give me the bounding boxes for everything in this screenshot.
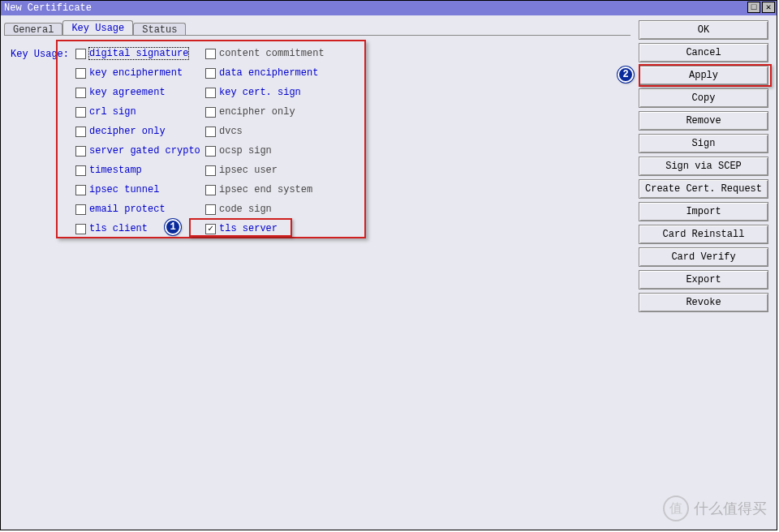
checkbox-icon[interactable] xyxy=(205,146,216,157)
chk-label: key agreement xyxy=(89,87,166,98)
checkbox-icon[interactable] xyxy=(75,68,86,79)
copy-button[interactable]: Copy xyxy=(639,88,768,108)
checkbox-icon[interactable] xyxy=(75,224,86,234)
window: New Certificate □ ✕ General Key Usage St… xyxy=(0,0,777,530)
chk-label: encipher only xyxy=(219,106,295,118)
chk-server-gated-crypto[interactable]: server gated crypto xyxy=(75,144,205,157)
chk-tls-server[interactable]: tls server xyxy=(205,222,343,235)
titlebar[interactable]: New Certificate □ ✕ xyxy=(1,1,777,15)
chk-label: data encipherment xyxy=(219,67,318,79)
checkbox-icon[interactable] xyxy=(205,88,216,98)
sidebar: OK Cancel Apply Copy Remove Sign Sign vi… xyxy=(634,15,777,530)
chk-email-protect[interactable]: email protect xyxy=(75,203,205,216)
main-area: General Key Usage Status Key Usage: digi… xyxy=(1,15,634,530)
chk-label: crl sign xyxy=(89,106,136,118)
cancel-button[interactable]: Cancel xyxy=(639,43,768,62)
chk-ipsec-tunnel[interactable]: ipsec tunnel xyxy=(75,183,205,196)
chk-content-commitment[interactable]: content commitment xyxy=(205,47,343,60)
client-area: General Key Usage Status Key Usage: digi… xyxy=(1,15,777,530)
chk-ipsec-user[interactable]: ipsec user xyxy=(205,164,343,177)
ok-button[interactable]: OK xyxy=(639,20,768,40)
card-verify-button[interactable]: Card Verify xyxy=(639,247,768,267)
tab-key-usage[interactable]: Key Usage xyxy=(62,20,133,36)
checkbox-icon[interactable] xyxy=(205,165,216,176)
chk-tls-client[interactable]: tls client xyxy=(75,222,205,235)
close-icon[interactable]: ✕ xyxy=(762,2,775,13)
key-usage-grid: digital signature content commitment key… xyxy=(75,47,343,235)
chk-label: dvcs xyxy=(219,126,243,137)
chk-label: tls client xyxy=(89,223,148,234)
checkbox-icon[interactable] xyxy=(75,88,86,98)
checkbox-icon[interactable] xyxy=(75,185,86,195)
chk-key-cert-sign[interactable]: key cert. sign xyxy=(205,86,343,99)
chk-label: ipsec end system xyxy=(219,184,312,195)
chk-label: email protect xyxy=(89,204,166,215)
chk-decipher-only[interactable]: decipher only xyxy=(75,125,205,138)
chk-digital-signature[interactable]: digital signature xyxy=(75,47,205,60)
chk-timestamp[interactable]: timestamp xyxy=(75,164,205,177)
sign-via-scep-button[interactable]: Sign via SCEP xyxy=(639,157,768,176)
export-button[interactable]: Export xyxy=(639,270,768,290)
chk-label: key encipherment xyxy=(89,67,183,79)
chk-label: ipsec user xyxy=(219,165,278,176)
chk-label: code sign xyxy=(219,204,272,215)
chk-label: ocsp sign xyxy=(219,145,272,157)
chk-data-encipherment[interactable]: data encipherment xyxy=(205,66,343,79)
chk-label: digital signature xyxy=(89,48,188,59)
import-button[interactable]: Import xyxy=(639,202,768,221)
chk-encipher-only[interactable]: encipher only xyxy=(205,105,343,118)
sign-button[interactable]: Sign xyxy=(639,134,768,153)
checkbox-icon[interactable] xyxy=(75,49,86,59)
remove-button[interactable]: Remove xyxy=(639,111,768,131)
checkbox-icon[interactable] xyxy=(205,68,216,79)
tab-content: Key Usage: digital signature content com… xyxy=(4,35,631,513)
chk-ipsec-end-system[interactable]: ipsec end system xyxy=(205,183,343,196)
chk-label: timestamp xyxy=(89,165,142,176)
checkbox-icon[interactable] xyxy=(205,49,216,59)
chk-crl-sign[interactable]: crl sign xyxy=(75,105,205,118)
chk-code-sign[interactable]: code sign xyxy=(205,203,343,216)
checkbox-icon[interactable] xyxy=(205,107,216,118)
chk-label: content commitment xyxy=(219,48,325,59)
chk-key-encipherment[interactable]: key encipherment xyxy=(75,66,205,79)
chk-label: server gated crypto xyxy=(89,145,200,157)
key-usage-row: Key Usage: digital signature content com… xyxy=(11,47,624,235)
maximize-icon[interactable]: □ xyxy=(747,2,760,13)
key-usage-label: Key Usage: xyxy=(11,47,75,60)
checkbox-icon[interactable] xyxy=(75,165,86,176)
checkbox-icon[interactable] xyxy=(75,146,86,157)
checkbox-icon[interactable] xyxy=(205,204,216,215)
card-reinstall-button[interactable]: Card Reinstall xyxy=(639,225,768,244)
checkbox-icon[interactable] xyxy=(205,127,216,137)
create-cert-request-button[interactable]: Create Cert. Request xyxy=(639,179,768,199)
chk-label: decipher only xyxy=(89,126,166,137)
checkbox-icon[interactable] xyxy=(205,224,216,234)
apply-button[interactable]: Apply xyxy=(639,66,768,85)
checkbox-icon[interactable] xyxy=(75,107,86,118)
checkbox-icon[interactable] xyxy=(205,185,216,195)
chk-label: ipsec tunnel xyxy=(89,184,159,195)
tab-strip: General Key Usage Status xyxy=(4,19,631,35)
chk-key-agreement[interactable]: key agreement xyxy=(75,86,205,99)
window-title: New Certificate xyxy=(4,2,92,14)
revoke-button[interactable]: Revoke xyxy=(639,293,768,312)
checkbox-icon[interactable] xyxy=(75,127,86,137)
chk-ocsp-sign[interactable]: ocsp sign xyxy=(205,144,343,157)
chk-dvcs[interactable]: dvcs xyxy=(205,125,343,138)
chk-label: tls server xyxy=(219,223,278,234)
checkbox-icon[interactable] xyxy=(75,204,86,215)
window-controls: □ ✕ xyxy=(747,2,775,13)
chk-label: key cert. sign xyxy=(219,87,301,98)
